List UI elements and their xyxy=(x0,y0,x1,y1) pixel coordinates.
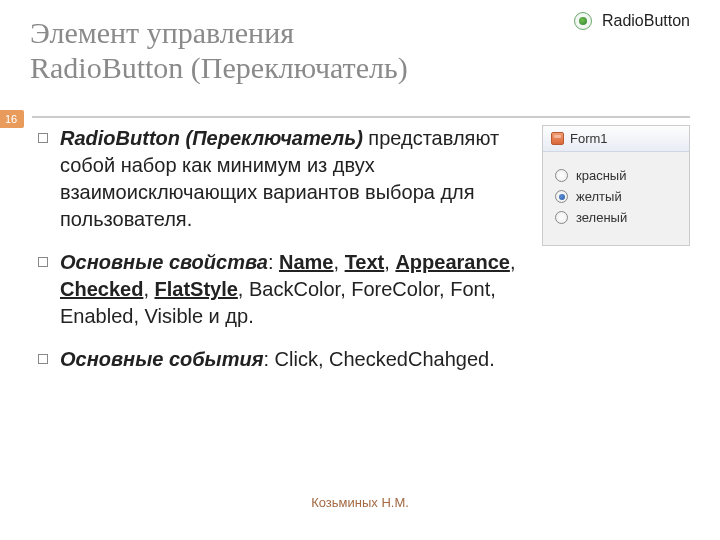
form-app-icon xyxy=(551,132,564,145)
form-body: красный желтый зеленый xyxy=(543,152,689,245)
header-radio-label: RadioButton xyxy=(602,12,690,30)
radio-label: зеленый xyxy=(576,210,627,225)
radio-icon xyxy=(555,190,568,203)
title-line-1: Элемент управления xyxy=(30,16,294,49)
form-title: Form1 xyxy=(570,131,608,146)
bullet-1: RadioButton (Переключатель) представляют… xyxy=(38,125,526,233)
slide-footer: Козьминых Н.М. xyxy=(0,495,720,510)
bullet-3-lead: Основные события xyxy=(60,348,263,370)
page-number-badge: 16 xyxy=(0,110,24,128)
title-line-2: RadioButton (Переключатель) xyxy=(30,51,408,84)
bullet-1-strong: RadioButton (Переключатель) xyxy=(60,127,363,149)
radio-option-red[interactable]: красный xyxy=(555,168,677,183)
bullet-3: Основные события: Click, CheckedChahged. xyxy=(38,346,526,373)
radio-icon xyxy=(555,169,568,182)
header-radio-example: RadioButton xyxy=(574,12,690,30)
bullet-2-lead: Основные свойства xyxy=(60,251,268,273)
form-titlebar: Form1 xyxy=(543,126,689,152)
radio-label: красный xyxy=(576,168,626,183)
bullet-list: RadioButton (Переключатель) представляют… xyxy=(30,125,526,389)
radio-option-green[interactable]: зеленый xyxy=(555,210,677,225)
title-divider xyxy=(32,116,690,118)
radio-option-yellow[interactable]: желтый xyxy=(555,189,677,204)
radio-icon xyxy=(555,211,568,224)
radio-label: желтый xyxy=(576,189,622,204)
radio-icon xyxy=(574,12,592,30)
bullet-2: Основные свойства: Name, Text, Appearanc… xyxy=(38,249,526,330)
bullet-3-rest: : Click, CheckedChahged. xyxy=(263,348,494,370)
form-screenshot: Form1 красный желтый зеленый xyxy=(542,125,690,246)
